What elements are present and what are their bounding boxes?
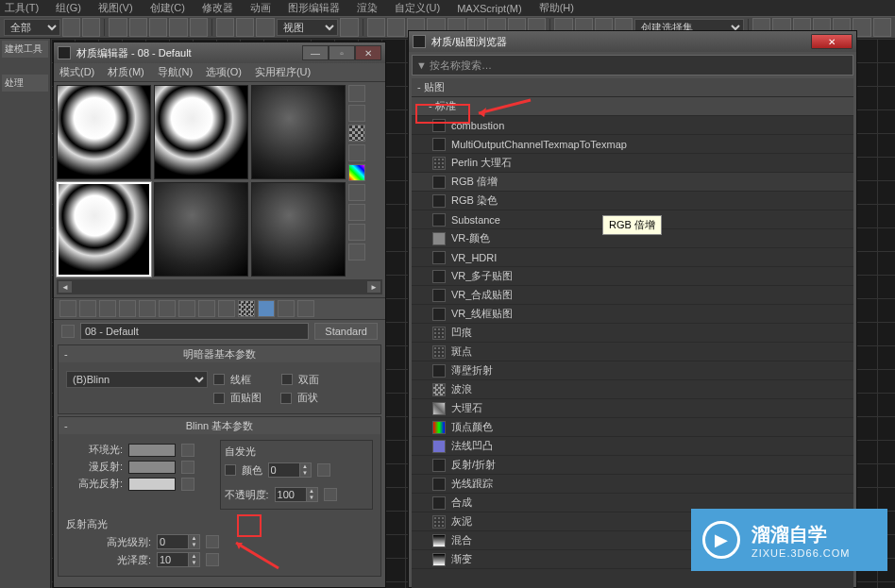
ambient-color-swatch[interactable] <box>128 444 176 457</box>
toolbar-icon[interactable] <box>82 18 100 37</box>
map-item-dent[interactable]: 凹痕 <box>412 324 853 343</box>
toolbar-icon[interactable] <box>129 18 147 37</box>
select-by-mat-icon[interactable] <box>348 224 365 241</box>
toolbar-icon[interactable] <box>873 18 891 37</box>
opacity-input[interactable] <box>276 488 306 501</box>
close-button[interactable]: ✕ <box>355 45 381 60</box>
scroll-right-icon[interactable]: ► <box>367 281 380 293</box>
backlight-icon[interactable] <box>348 105 365 122</box>
toolbar-icon[interactable] <box>109 18 127 37</box>
show-map-viewport-icon[interactable] <box>218 300 235 317</box>
assign-to-selection-icon[interactable] <box>99 300 116 317</box>
toolbar-icon[interactable] <box>340 18 358 37</box>
rollout-header[interactable]: Blinn 基本参数 <box>59 417 380 434</box>
sample-type-icon[interactable] <box>348 85 365 102</box>
map-browser-search[interactable]: ▼ 按名称搜索… <box>412 55 853 76</box>
glossiness-spinner[interactable]: ▲▼ <box>157 552 200 567</box>
rollout-header[interactable]: 明暗器基本参数 <box>59 345 380 362</box>
map-browser-titlebar[interactable]: 材质/贴图浏览器 ✕ <box>409 31 856 52</box>
pick-material-icon[interactable] <box>61 325 75 338</box>
sample-slot-4[interactable] <box>57 182 151 277</box>
me-menu-options[interactable]: 选项(O) <box>206 65 242 79</box>
map-item-thin-wall[interactable]: 薄壁折射 <box>412 361 853 380</box>
menu-animation[interactable]: 动画 <box>250 1 271 15</box>
map-item-rgb-tint[interactable]: RGB 染色 <box>412 192 853 210</box>
two-sided-checkbox[interactable] <box>281 374 293 385</box>
maximize-button[interactable]: ▫ <box>329 45 355 60</box>
spec-level-input[interactable] <box>158 535 188 548</box>
sample-scrollbar[interactable]: ◄ ► <box>57 279 382 294</box>
menu-render[interactable]: 渲染 <box>357 1 378 15</box>
mat-map-nav-icon[interactable] <box>348 244 365 260</box>
toolbar-icon[interactable] <box>190 18 208 37</box>
glossiness-input[interactable] <box>158 553 188 566</box>
opacity-spinner[interactable]: ▲▼ <box>275 487 318 502</box>
video-color-icon[interactable] <box>348 164 365 181</box>
sample-slot-2[interactable] <box>154 85 248 179</box>
material-editor-titlebar[interactable]: 材质编辑器 - 08 - Default — ▫ ✕ <box>54 42 385 63</box>
map-item-normal-bump[interactable]: 法线凹凸 <box>412 437 853 456</box>
get-material-icon[interactable] <box>59 300 76 317</box>
map-item-vertex-color[interactable]: 顶点颜色 <box>412 418 853 437</box>
make-preview-icon[interactable] <box>348 184 365 201</box>
left-tool-modeling[interactable]: 建模工具 <box>2 41 48 58</box>
wire-checkbox[interactable] <box>213 374 225 385</box>
me-menu-mode[interactable]: 模式(D) <box>59 65 94 79</box>
toolbar-icon[interactable] <box>367 18 385 37</box>
category-maps[interactable]: - 贴图 <box>412 78 853 97</box>
minimize-button[interactable]: — <box>302 45 329 60</box>
menu-tools[interactable]: 工具(T) <box>5 1 39 15</box>
material-name-input[interactable] <box>80 323 309 340</box>
map-item-reflect-refract[interactable]: 反射/折射 <box>412 456 853 475</box>
material-id-icon[interactable] <box>198 300 215 317</box>
menu-view[interactable]: 视图(V) <box>98 1 133 15</box>
toolbar-icon[interactable] <box>387 18 405 37</box>
menu-help[interactable]: 帮助(H) <box>539 1 574 15</box>
me-menu-nav[interactable]: 导航(N) <box>158 65 193 79</box>
background-checker-icon[interactable] <box>348 125 365 142</box>
spec-level-map-button[interactable] <box>206 535 219 548</box>
sample-uv-icon[interactable] <box>348 144 365 161</box>
put-library-icon[interactable] <box>178 300 195 317</box>
map-item-perlin-marble[interactable]: Perlin 大理石 <box>412 154 853 173</box>
sample-slot-5[interactable] <box>154 182 248 277</box>
toolbar-icon[interactable] <box>149 18 167 37</box>
reset-map-icon[interactable] <box>119 300 136 317</box>
map-item-marble[interactable]: 大理石 <box>412 399 853 418</box>
map-item-vr-composite[interactable]: VR_合成贴图 <box>412 286 853 305</box>
menu-create[interactable]: 创建(C) <box>150 1 185 15</box>
me-menu-utilities[interactable]: 实用程序(U) <box>255 65 311 79</box>
diffuse-map-button[interactable] <box>181 461 194 474</box>
shader-select[interactable]: (B)Blinn <box>66 371 208 388</box>
opacity-map-button[interactable] <box>324 488 337 501</box>
specular-color-swatch[interactable] <box>128 478 176 491</box>
ambient-map-button[interactable] <box>181 444 194 457</box>
scroll-left-icon[interactable]: ◄ <box>59 281 72 293</box>
category-standard[interactable]: - 标准 <box>412 97 853 116</box>
specular-map-button[interactable] <box>181 478 194 491</box>
map-item-rgb-multiply[interactable]: RGB 倍增 <box>412 173 853 192</box>
go-parent-icon[interactable] <box>258 300 275 317</box>
map-item-combustion[interactable]: combustion <box>412 116 853 135</box>
menu-maxscript[interactable]: MAXScript(M) <box>457 3 521 14</box>
coord-select[interactable]: 视图 <box>277 19 339 36</box>
map-item-multioutput[interactable]: MultiOutputChannelTexmapToTexmap <box>412 135 853 154</box>
sample-slot-6[interactable] <box>251 182 346 277</box>
face-map-checkbox[interactable] <box>213 393 225 404</box>
material-type-button[interactable]: Standard <box>314 323 378 340</box>
map-item-vr-wire[interactable]: VR_线框贴图 <box>412 305 853 324</box>
toolbar-icon[interactable] <box>216 18 234 37</box>
show-end-result-icon[interactable] <box>238 300 255 317</box>
go-forward-icon[interactable] <box>278 300 295 317</box>
map-item-wave[interactable]: 波浪 <box>412 380 853 399</box>
me-menu-material[interactable]: 材质(M) <box>108 65 144 79</box>
map-item-raytrace[interactable]: 光线跟踪 <box>412 475 853 494</box>
toolbar-icon[interactable] <box>236 18 254 37</box>
map-item-vr-multisub[interactable]: VR_多子贴图 <box>412 267 853 286</box>
go-sibling-icon[interactable] <box>297 300 314 317</box>
sample-slot-3[interactable] <box>251 85 346 179</box>
menu-group[interactable]: 组(G) <box>56 1 81 15</box>
si-value-spinner[interactable]: ▲▼ <box>268 462 312 478</box>
map-item-vr-hdri[interactable]: VR_HDRI <box>412 248 853 267</box>
sample-slot-1[interactable] <box>57 85 151 179</box>
